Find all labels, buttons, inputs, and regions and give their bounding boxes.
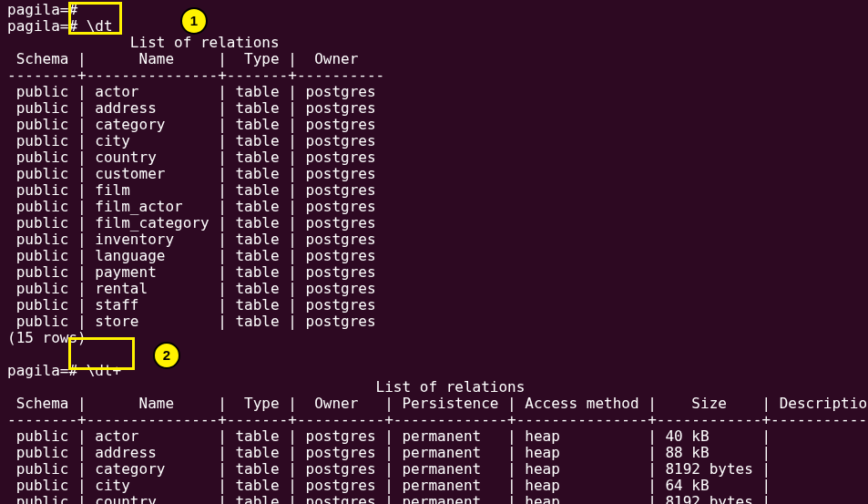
table1-sep: --------+---------------+-------+-------… xyxy=(7,67,384,84)
command-2: \dt+ xyxy=(87,362,122,379)
terminal-output[interactable]: pagila=# pagila=# \dt List of relations … xyxy=(0,0,868,504)
prompt-line: pagila=# \dt xyxy=(7,17,113,35)
table2-header: Schema | Name | Type | Owner | Persisten… xyxy=(7,395,868,412)
table2-sep: --------+---------------+-------+-------… xyxy=(7,411,868,428)
rowcount: (15 rows) xyxy=(7,329,87,346)
table2-title: List of relations xyxy=(7,378,525,396)
prompt-line: pagila=# xyxy=(7,1,87,18)
annotation-2: 2 xyxy=(153,342,180,369)
command-1: \dt xyxy=(87,17,113,35)
table1-header: Schema | Name | Type | Owner xyxy=(7,50,358,67)
table1-title: List of relations xyxy=(7,34,280,51)
annotation-1: 1 xyxy=(180,7,208,35)
prompt-line: pagila=# \dt+ xyxy=(7,362,121,379)
